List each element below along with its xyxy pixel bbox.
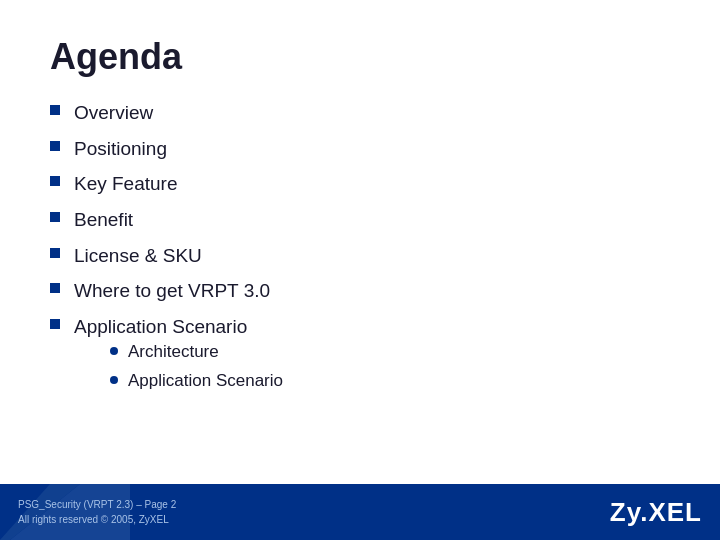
- bullet-item: Benefit: [50, 207, 670, 233]
- logo-xel: XEL: [648, 497, 702, 527]
- sub-item: Application Scenario: [110, 370, 283, 393]
- bullet-text: Application Scenario: [74, 316, 247, 337]
- bullet-square-icon: [50, 283, 60, 293]
- logo-text: Zy.XEL: [610, 497, 702, 528]
- bullet-text: Where to get VRPT 3.0: [74, 280, 270, 301]
- bullet-item: Positioning: [50, 136, 670, 162]
- footer-line1: PSG_Security (VRPT 2.3) – Page 2: [18, 497, 176, 512]
- footer-logo: Zy.XEL: [610, 497, 702, 528]
- bullet-square-icon: [50, 105, 60, 115]
- bullet-square-icon: [50, 212, 60, 222]
- sub-dot-icon: [110, 376, 118, 384]
- bullet-text: Overview: [74, 102, 153, 123]
- bullet-item: Where to get VRPT 3.0: [50, 278, 670, 304]
- bullet-square-icon: [50, 176, 60, 186]
- bullet-item: Overview: [50, 100, 670, 126]
- content-area: Agenda OverviewPositioningKey FeatureBen…: [0, 0, 720, 484]
- bullet-list: OverviewPositioningKey FeatureBenefitLic…: [50, 100, 670, 399]
- bullet-text: License & SKU: [74, 245, 202, 266]
- footer-line2: All rights reserved © 2005, ZyXEL: [18, 512, 176, 527]
- logo-zy: Zy.: [610, 497, 649, 527]
- sub-dot-icon: [110, 347, 118, 355]
- bullet-text: Key Feature: [74, 173, 178, 194]
- bullet-text: Positioning: [74, 138, 167, 159]
- sub-text: Architecture: [128, 341, 219, 364]
- bullet-item: License & SKU: [50, 243, 670, 269]
- page-title: Agenda: [50, 36, 670, 78]
- bullet-square-icon: [50, 319, 60, 329]
- sub-list: ArchitectureApplication Scenario: [110, 341, 283, 393]
- bullet-item: Application ScenarioArchitectureApplicat…: [50, 314, 670, 400]
- sub-text: Application Scenario: [128, 370, 283, 393]
- bullet-square-icon: [50, 141, 60, 151]
- slide: Agenda OverviewPositioningKey FeatureBen…: [0, 0, 720, 540]
- sub-item: Architecture: [110, 341, 283, 364]
- footer: PSG_Security (VRPT 2.3) – Page 2 All rig…: [0, 484, 720, 540]
- bullet-text: Benefit: [74, 209, 133, 230]
- bullet-square-icon: [50, 248, 60, 258]
- bullet-item: Key Feature: [50, 171, 670, 197]
- footer-text: PSG_Security (VRPT 2.3) – Page 2 All rig…: [18, 497, 176, 527]
